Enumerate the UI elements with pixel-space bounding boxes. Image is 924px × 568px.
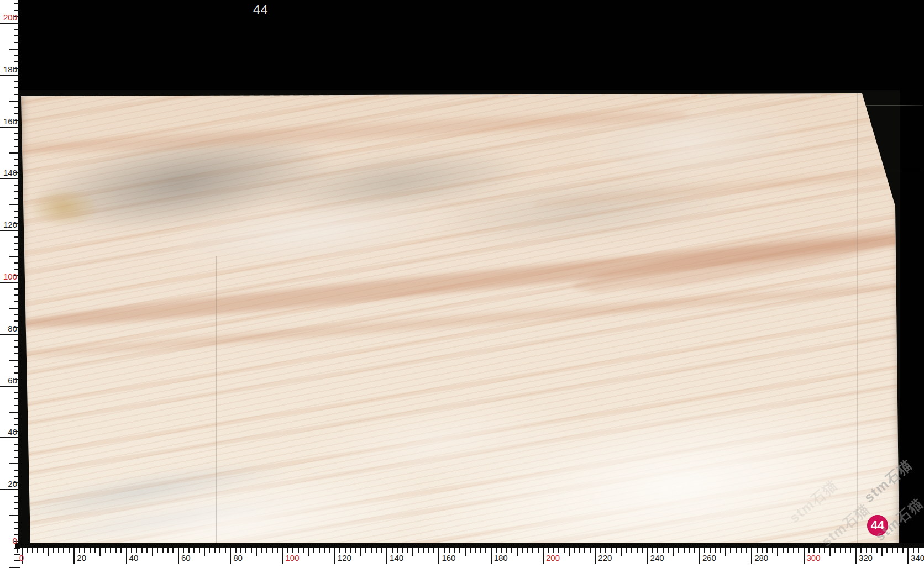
bottom-ruler-tick — [17, 548, 18, 553]
left-ruler-tick — [0, 178, 20, 179]
bottom-ruler-tick — [116, 548, 117, 553]
bottom-ruler-tick — [99, 548, 101, 556]
left-ruler-tick — [0, 127, 20, 128]
bottom-ruler-tick — [595, 548, 596, 564]
bottom-ruler-label: 200 — [546, 554, 560, 562]
bottom-ruler-tick — [308, 548, 309, 556]
left-ruler-tick — [14, 457, 20, 458]
bottom-ruler-label: 80 — [233, 554, 243, 562]
bottom-ruler-tick — [43, 548, 44, 553]
bottom-ruler-label: 100 — [286, 554, 300, 562]
left-ruler-tick — [14, 496, 20, 497]
bottom-ruler-tick — [454, 548, 455, 553]
left-ruler-tick — [14, 508, 20, 509]
left-ruler-tick — [14, 133, 20, 134]
bottom-ruler-tick — [860, 548, 862, 553]
bottom-ruler-tick — [261, 548, 262, 553]
bottom-ruler-tick — [204, 548, 205, 556]
left-ruler-tick — [14, 159, 20, 160]
bottom-ruler-tick — [772, 548, 773, 553]
left-ruler-tick — [14, 81, 20, 82]
bottom-ruler-tick — [230, 548, 231, 564]
bottom-ruler-label: 0 — [19, 554, 24, 562]
bottom-ruler-tick — [480, 548, 481, 553]
left-ruler-tick — [9, 412, 20, 413]
left-ruler-tick — [14, 424, 20, 425]
left-ruler-tick — [14, 55, 20, 56]
left-ruler-tick — [14, 87, 20, 88]
left-ruler-label: 0 — [0, 537, 17, 545]
bottom-ruler-tick — [730, 548, 731, 553]
bottom-ruler-tick — [918, 548, 919, 553]
scan-seam-line — [216, 256, 217, 543]
bottom-ruler-tick — [684, 548, 685, 553]
bottom-ruler-tick — [751, 548, 752, 564]
left-ruler-tick — [0, 386, 20, 387]
bottom-ruler-tick — [69, 548, 70, 553]
bottom-ruler-tick — [84, 548, 85, 553]
bottom-ruler-tick — [532, 548, 533, 553]
bottom-ruler-tick — [219, 548, 221, 553]
bottom-ruler-tick — [449, 548, 450, 553]
bottom-ruler-tick — [548, 548, 549, 553]
bottom-ruler-tick — [329, 548, 330, 553]
left-ruler-label: 120 — [0, 220, 17, 229]
bottom-ruler-tick — [809, 548, 810, 553]
bottom-ruler-tick — [584, 548, 585, 553]
bottom-ruler-tick — [292, 548, 293, 553]
bottom-ruler-tick — [95, 548, 96, 553]
bottom-ruler-tick — [600, 548, 601, 553]
bottom-ruler-tick — [485, 548, 486, 553]
bottom-ruler-tick — [793, 548, 794, 553]
left-ruler-tick — [0, 437, 20, 438]
bottom-ruler-tick — [579, 548, 580, 553]
bottom-ruler-tick — [350, 548, 351, 553]
bottom-ruler-label: 220 — [598, 554, 612, 562]
slab-image — [18, 91, 900, 548]
bottom-ruler-tick — [527, 548, 528, 553]
bottom-ruler-label: 260 — [702, 554, 716, 562]
bottom-ruler-tick — [465, 548, 466, 556]
bottom-ruler-tick — [840, 548, 841, 553]
bottom-ruler-tick — [418, 548, 419, 553]
bottom-ruler-tick — [819, 548, 820, 553]
bottom-ruler-tick — [355, 548, 356, 553]
bottom-ruler-tick — [48, 548, 49, 556]
bottom-ruler-tick — [871, 548, 872, 553]
bottom-ruler-tick — [381, 548, 382, 553]
background-shelf-line — [861, 105, 923, 106]
left-ruler-label: 60 — [0, 376, 17, 385]
bottom-ruler-tick — [256, 548, 257, 556]
slab-scan-viewer: 2001801601401201008060402000204060801001… — [0, 0, 924, 568]
bottom-ruler-tick — [303, 548, 304, 553]
bottom-ruler-tick — [642, 548, 643, 553]
bottom-ruler-tick — [804, 548, 805, 564]
left-ruler-tick — [14, 405, 20, 406]
bottom-ruler-tick — [491, 548, 492, 564]
left-ruler-tick — [14, 470, 20, 471]
bottom-ruler-label: 40 — [129, 554, 139, 562]
left-ruler-tick — [14, 366, 20, 367]
bottom-ruler-tick — [626, 548, 627, 553]
bottom-ruler-tick — [736, 548, 737, 553]
left-ruler-label: 140 — [0, 169, 17, 177]
bottom-ruler-tick — [371, 548, 372, 553]
bottom-ruler-tick — [407, 548, 408, 553]
left-ruler-tick — [14, 107, 20, 108]
bottom-ruler-tick — [725, 548, 726, 556]
bottom-ruler-tick — [376, 548, 377, 553]
bottom-ruler-tick — [813, 548, 815, 553]
bottom-ruler-tick — [777, 548, 778, 556]
bottom-ruler-tick — [522, 548, 523, 553]
bottom-ruler-tick — [881, 548, 883, 556]
bottom-ruler-tick — [767, 548, 768, 553]
bottom-ruler-tick — [553, 548, 554, 553]
left-ruler-tick — [14, 42, 20, 43]
bottom-ruler-tick — [339, 548, 340, 553]
bottom-ruler-tick — [902, 548, 904, 553]
left-ruler-tick — [9, 515, 20, 516]
left-ruler-label: 160 — [0, 117, 17, 126]
left-ruler-tick — [14, 320, 20, 322]
bottom-ruler-tick — [183, 548, 184, 553]
left-ruler-tick — [0, 75, 20, 76]
